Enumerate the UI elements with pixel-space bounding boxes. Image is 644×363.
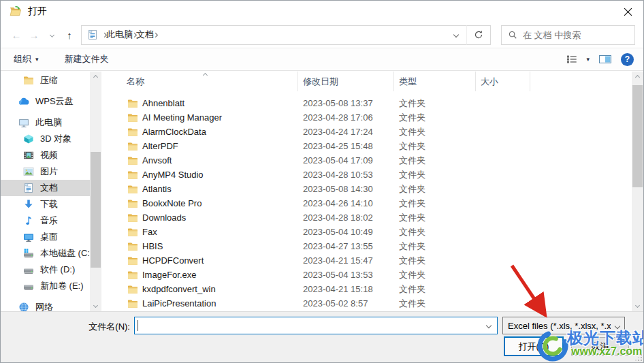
breadcrumb[interactable]: 此电脑 文档 <box>81 25 467 45</box>
table-row[interactable]: ImageFor.exe 2023-05-04 13:53 文件夹 <box>101 268 632 282</box>
list-scrollbar[interactable] <box>632 72 643 311</box>
table-row[interactable]: Fax 2023-05-04 10:49 文件夹 <box>101 225 632 239</box>
file-date-cell: 2023-04-21 15:18 <box>298 284 394 294</box>
refresh-icon[interactable] <box>466 25 491 45</box>
table-row[interactable]: BookxNote Pro 2023-04-26 14:10 文件夹 <box>101 196 632 210</box>
sidebar-item-label: WPS云盘 <box>35 95 74 108</box>
file-name-cell: Atlantis <box>101 184 298 195</box>
breadcrumb-this-pc[interactable]: 此电脑 <box>106 29 133 41</box>
up-icon[interactable]: ↑ <box>61 26 78 44</box>
file-list: 名称 修改日期 类型 大小 Ahnenblatt 2023-05-08 13:3… <box>101 72 643 311</box>
file-type-cell: 文件夹 <box>394 255 476 267</box>
sidebar-item-label: 新加卷 (E:) <box>40 280 84 292</box>
address-dropdown-icon[interactable] <box>453 32 459 37</box>
table-row[interactable]: Anvsoft 2023-05-04 17:09 文件夹 <box>101 153 632 168</box>
organize-button[interactable]: 组织 ▾ <box>14 53 39 65</box>
table-row[interactable]: HBIS 2023-04-27 13:55 文件夹 <box>101 239 632 253</box>
preview-pane-icon[interactable] <box>598 54 612 65</box>
file-type-cell: 文件夹 <box>394 169 476 181</box>
file-name-cell: HCPDFConvert <box>101 255 298 266</box>
file-date-cell: 2023-05-04 13:53 <box>298 270 394 280</box>
view-caret-icon[interactable]: ▾ <box>586 56 590 63</box>
back-icon[interactable]: ← <box>7 26 25 44</box>
sidebar-item-label: 压缩 <box>40 74 58 86</box>
table-row[interactable]: Downloads 2023-04-28 18:02 文件夹 <box>101 210 632 225</box>
document-icon <box>23 183 34 193</box>
scrollbar-thumb[interactable] <box>91 152 101 268</box>
open-button[interactable]: 打开(O) <box>504 336 564 356</box>
picture-icon <box>23 166 34 177</box>
table-row[interactable]: LaiPicPresentation 2023-05-02 8:57 文件夹 <box>101 296 632 311</box>
cloud-icon <box>18 96 29 107</box>
folder-icon <box>127 298 138 309</box>
folder-icon <box>127 127 138 138</box>
folder-icon <box>127 284 138 295</box>
sidebar-item-disk-e[interactable]: 新加卷 (E:) <box>1 278 90 294</box>
sidebar-item-3d-objects[interactable]: 3D 对象 <box>1 131 90 147</box>
open-folder-icon <box>10 5 22 17</box>
file-name: AI Meeting Manager <box>142 112 222 123</box>
table-row[interactable]: HCPDFConvert 2023-04-21 15:47 文件夹 <box>101 253 632 268</box>
close-icon[interactable] <box>619 5 636 18</box>
details-view-icon[interactable] <box>566 54 577 65</box>
file-name-cell: Ahnenblatt <box>101 98 298 109</box>
sidebar-item-videos[interactable]: 视频 <box>1 147 90 163</box>
column-header-size[interactable]: 大小 <box>476 72 530 91</box>
column-header-name[interactable]: 名称 <box>101 72 298 91</box>
search-box <box>501 25 635 45</box>
file-date-cell: 2023-04-21 15:47 <box>298 255 394 266</box>
file-name-cell: BookxNote Pro <box>101 198 298 209</box>
sidebar-item-zip[interactable]: 压缩 <box>1 72 90 89</box>
help-icon[interactable]: ? <box>621 53 634 66</box>
scrollbar-thumb[interactable] <box>632 85 643 187</box>
column-header-date[interactable]: 修改日期 <box>298 72 394 91</box>
folder-icon <box>127 270 138 281</box>
table-row[interactable]: Atlantis 2023-05-08 14:30 文件夹 <box>101 182 632 196</box>
table-row[interactable]: Ahnenblatt 2023-05-08 13:37 文件夹 <box>101 96 632 110</box>
filetype-dropdown[interactable]: Excel files (*.xls, *.xlsx, *.xlsm <box>502 317 625 334</box>
table-row[interactable]: kxdpdfconvert_win 2023-04-21 15:18 文件夹 <box>101 282 632 296</box>
folder-icon <box>127 155 138 166</box>
file-type-cell: 文件夹 <box>394 126 476 138</box>
file-date-cell: 2023-04-28 10:53 <box>298 170 394 180</box>
sidebar-item-downloads[interactable]: 下载 <box>1 196 90 212</box>
sidebar-item-desktop[interactable]: 桌面 <box>1 229 90 245</box>
sidebar-item-disk-d[interactable]: 软件 (D:) <box>1 262 90 278</box>
sidebar-scrollbar[interactable] <box>90 72 101 311</box>
new-folder-button[interactable]: 新建文件夹 <box>65 53 109 65</box>
cancel-button[interactable]: 取消 <box>571 337 629 356</box>
sidebar-item-label: 下载 <box>40 198 58 210</box>
search-icon <box>508 30 517 40</box>
sidebar-item-label: 3D 对象 <box>40 133 71 145</box>
file-date-cell: 2023-04-27 13:55 <box>298 241 394 251</box>
table-row[interactable]: AI Meeting Manager 2023-04-28 17:06 文件夹 <box>101 110 632 125</box>
search-input[interactable] <box>523 30 625 40</box>
scroll-down-icon[interactable] <box>632 300 643 311</box>
sidebar-item-disk-c[interactable]: 本地磁盘 (C:) <box>1 245 90 262</box>
table-row[interactable]: AlarmClockData 2023-04-24 17:24 文件夹 <box>101 125 632 139</box>
sidebar-item-pictures[interactable]: 图片 <box>1 163 90 180</box>
sidebar-item-music[interactable]: 音乐 <box>1 212 90 229</box>
sidebar-item-documents[interactable]: 文档 <box>1 180 90 196</box>
breadcrumb-documents[interactable]: 文档 <box>136 29 154 41</box>
file-name: ImageFor.exe <box>142 270 197 280</box>
filetype-dropdown-icon <box>615 323 620 329</box>
scroll-up-icon[interactable] <box>90 72 101 82</box>
table-row[interactable]: AlterPDF 2023-04-25 15:48 文件夹 <box>101 139 632 153</box>
file-type-cell: 文件夹 <box>394 183 476 195</box>
folder-icon <box>127 98 138 109</box>
sidebar-item-wps-cloud[interactable]: WPS云盘 <box>1 93 90 110</box>
forward-icon[interactable]: → <box>25 26 43 44</box>
folder-icon <box>127 241 138 252</box>
file-name: Downloads <box>142 212 186 223</box>
sidebar-item-this-pc[interactable]: 此电脑 <box>1 114 90 131</box>
filename-input[interactable] <box>138 318 481 333</box>
column-header-type[interactable]: 类型 <box>394 72 476 91</box>
scroll-down-icon[interactable] <box>90 300 101 311</box>
filename-dropdown-icon[interactable] <box>486 323 492 328</box>
sidebar-item-label: 图片 <box>40 165 58 178</box>
recent-locations-icon[interactable] <box>43 26 61 44</box>
resize-grip[interactable] <box>635 354 642 361</box>
table-row[interactable]: AnyMP4 Studio 2023-04-28 10:53 文件夹 <box>101 168 632 182</box>
scroll-up-icon[interactable] <box>632 72 643 82</box>
